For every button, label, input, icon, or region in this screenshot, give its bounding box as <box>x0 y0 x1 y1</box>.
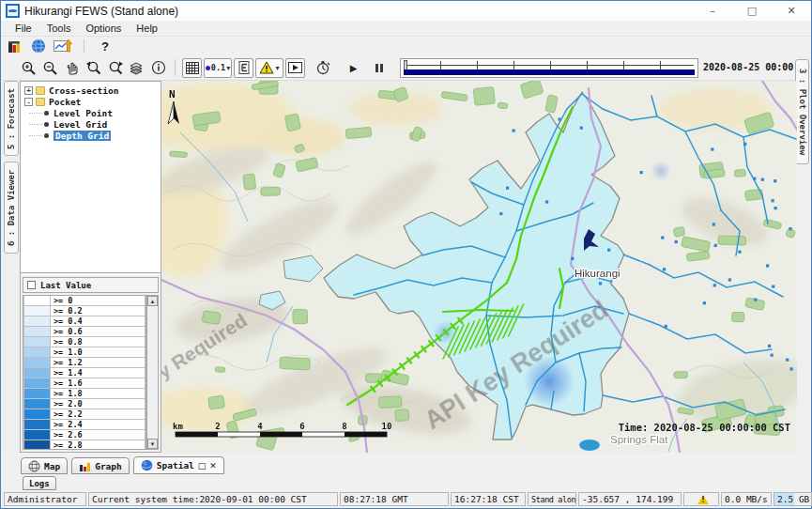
legend-row[interactable]: >= 2.0 <box>23 399 146 409</box>
time-slider[interactable] <box>400 58 698 78</box>
gauge-point[interactable] <box>786 359 789 362</box>
legend-row[interactable]: >= 1.2 <box>23 358 146 368</box>
gauge-point[interactable] <box>743 143 746 146</box>
tree-item-pocket[interactable]: -Pocket <box>24 96 161 107</box>
scroll-up-icon[interactable]: ▲ <box>147 296 158 306</box>
zoom-previous-icon[interactable] <box>84 58 103 78</box>
logs-button[interactable]: Logs <box>23 476 56 490</box>
pause-icon[interactable] <box>369 58 389 78</box>
legend-row[interactable]: >= 1.0 <box>23 347 146 358</box>
chart-arrow-icon[interactable] <box>54 39 72 54</box>
gauge-point[interactable] <box>703 301 706 304</box>
tab-map[interactable]: Map <box>21 457 68 474</box>
gauge-point[interactable] <box>772 285 774 288</box>
info-icon[interactable] <box>148 58 168 78</box>
gauge-point[interactable] <box>607 249 610 252</box>
legend-row[interactable]: >= 0.4 <box>23 316 146 327</box>
maximize-button[interactable]: □ <box>732 1 772 21</box>
legend-row[interactable]: >= 0.2 <box>23 306 146 316</box>
tree-item-depth-grid[interactable]: Depth Grid <box>24 130 161 141</box>
gauge-point[interactable] <box>663 268 666 270</box>
tab-data-viewer[interactable]: 6 : Data Viewer <box>4 162 19 254</box>
gauge-point[interactable] <box>571 257 574 260</box>
gauge-point[interactable] <box>754 299 757 301</box>
gauge-point[interactable] <box>712 223 715 225</box>
legend-scrollbar[interactable]: ▲ ▼ <box>146 295 159 450</box>
gauge-point[interactable] <box>772 199 774 202</box>
tree-item-level-point[interactable]: Level Point <box>24 107 161 118</box>
legend-row[interactable]: >= 2.8 <box>23 440 146 450</box>
database-icon[interactable] <box>8 39 23 54</box>
last-value-checkbox[interactable] <box>27 281 36 289</box>
interval-dropdown[interactable]: 0.1▾ <box>204 58 232 78</box>
zoom-next-icon[interactable] <box>105 58 125 78</box>
gauge-point[interactable] <box>753 177 756 180</box>
map-canvas[interactable]: API Key Required API Key Required Hikura… <box>161 81 797 453</box>
legend-row[interactable]: >= 1.8 <box>23 389 146 399</box>
gauge-point[interactable] <box>761 178 764 181</box>
menu-item-help[interactable]: Help <box>129 22 165 36</box>
gauge-point[interactable] <box>771 354 774 357</box>
tree-item-level-grid[interactable]: Level Grid <box>24 118 161 130</box>
tab-plot-overview[interactable]: 3 : Plot Overview <box>795 59 809 164</box>
minimize-button[interactable]: – <box>693 1 732 21</box>
menu-item-tools[interactable]: Tools <box>39 22 79 36</box>
gauge-point[interactable] <box>675 240 678 243</box>
zoom-in-icon[interactable] <box>19 58 38 78</box>
gauge-point[interactable] <box>714 244 717 247</box>
menu-item-file[interactable]: File <box>8 22 39 36</box>
gauge-point[interactable] <box>661 237 664 239</box>
legend-row[interactable]: >= 0 <box>23 296 146 306</box>
gauge-point[interactable] <box>580 127 583 130</box>
tab-graph[interactable]: Graph <box>71 457 130 474</box>
gauge-point[interactable] <box>713 284 716 286</box>
legend-row[interactable]: >= 2.4 <box>23 420 146 430</box>
gauge-point[interactable] <box>766 264 769 267</box>
gauge-point[interactable] <box>774 207 777 209</box>
tree-expander-icon[interactable]: + <box>24 86 33 95</box>
globe-icon[interactable] <box>31 39 46 54</box>
status-warning-cell[interactable] <box>683 492 719 506</box>
tree-expander-icon[interactable]: - <box>24 98 33 106</box>
gauge-point[interactable] <box>790 367 793 370</box>
scroll-down-icon[interactable]: ▼ <box>147 439 158 449</box>
legend-row[interactable]: >= 1.4 <box>23 368 146 378</box>
map-view[interactable]: API Key Required API Key Required Hikura… <box>161 81 797 453</box>
legend-row[interactable]: >= 2.6 <box>23 430 146 440</box>
gauge-point[interactable] <box>711 148 713 151</box>
menu-item-options[interactable]: Options <box>78 22 129 36</box>
tab-forecast[interactable]: 5 : Forecast <box>4 81 19 156</box>
zoom-out-icon[interactable] <box>40 58 60 78</box>
gauge-point[interactable] <box>513 130 515 132</box>
gauge-point[interactable] <box>774 179 776 182</box>
gauge-point[interactable] <box>640 171 643 174</box>
warning-dropdown[interactable]: ▾ <box>255 58 283 78</box>
gauge-point[interactable] <box>545 200 548 203</box>
tab-close-icon[interactable]: ✕ <box>209 461 217 470</box>
timer-icon[interactable] <box>313 58 332 78</box>
animation-icon[interactable] <box>285 58 305 78</box>
gauge-point[interactable] <box>559 118 561 121</box>
close-button[interactable]: ✕ <box>772 1 811 21</box>
legend-row[interactable]: >= 2.2 <box>23 409 146 420</box>
tab-spatial[interactable]: Spatial□✕ <box>133 456 224 474</box>
tab-restore-icon[interactable]: □ <box>198 461 207 470</box>
tree-item-cross-section[interactable]: +Cross-section <box>24 85 161 96</box>
legend-row[interactable]: >= 0.6 <box>23 327 146 337</box>
gauge-point[interactable] <box>738 251 741 254</box>
gauge-point[interactable] <box>506 187 509 190</box>
label-icon[interactable] <box>234 58 253 78</box>
help-icon[interactable]: ? <box>96 39 115 54</box>
gauge-point[interactable] <box>499 212 502 215</box>
layers-icon[interactable] <box>127 58 146 78</box>
gauge-point[interactable] <box>599 282 602 285</box>
legend-row[interactable]: >= 0.8 <box>23 337 146 347</box>
gauge-point[interactable] <box>728 278 731 281</box>
gauge-point[interactable] <box>768 345 771 347</box>
legend-row[interactable]: >= 1.6 <box>23 378 146 389</box>
gauge-point[interactable] <box>665 325 667 328</box>
grid-icon[interactable] <box>182 58 202 78</box>
pan-hand-icon[interactable] <box>62 58 82 78</box>
gauge-point[interactable] <box>789 227 791 230</box>
play-icon[interactable]: ▶ <box>344 58 363 78</box>
